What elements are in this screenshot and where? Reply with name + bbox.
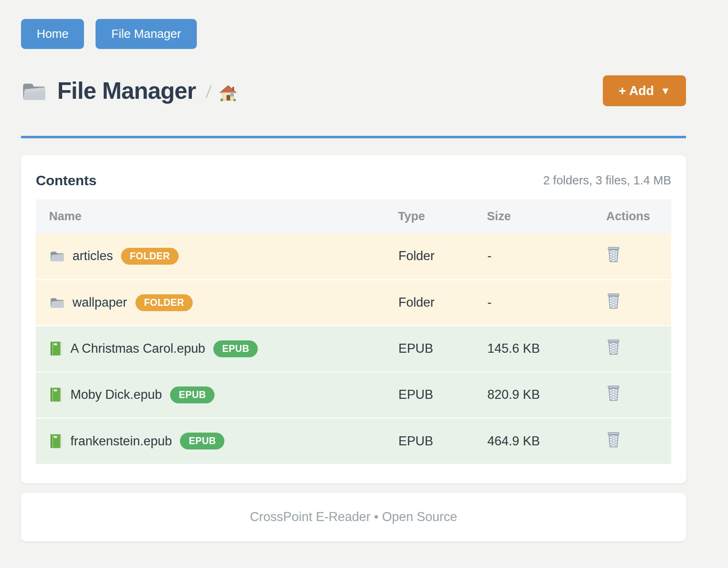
footer-text: CrossPoint E-Reader • Open Source bbox=[250, 510, 457, 524]
table-row: Moby Dick.epub EPUB EPUB 820.9 KB bbox=[36, 372, 671, 418]
entry-size: 464.9 KB bbox=[487, 418, 602, 464]
column-header-type: Type bbox=[398, 199, 487, 233]
table-header-row: Name Type Size Actions bbox=[36, 199, 671, 233]
entry-name[interactable]: Moby Dick.epub bbox=[70, 387, 162, 402]
column-header-name: Name bbox=[36, 199, 398, 233]
page-title-group: File Manager / bbox=[21, 78, 238, 104]
entry-type-badge: EPUB bbox=[180, 433, 224, 449]
table-row: frankenstein.epub EPUB EPUB 464.9 KB bbox=[36, 418, 671, 464]
chevron-down-icon: ▼ bbox=[660, 86, 670, 96]
entry-size: 820.9 KB bbox=[487, 372, 602, 418]
delete-button[interactable] bbox=[606, 292, 621, 310]
contents-summary: 2 folders, 3 files, 1.4 MB bbox=[543, 174, 671, 187]
trash-icon bbox=[606, 338, 621, 356]
entry-size: - bbox=[487, 233, 602, 279]
entry-type-badge: EPUB bbox=[170, 386, 215, 403]
entry-type: EPUB bbox=[398, 418, 487, 464]
column-header-size: Size bbox=[487, 199, 602, 233]
entry-size: - bbox=[487, 279, 602, 326]
file-table: Name Type Size Actions articles FOLDER bbox=[36, 199, 671, 464]
folder-icon bbox=[21, 80, 47, 102]
delete-button[interactable] bbox=[606, 246, 621, 263]
entry-type: EPUB bbox=[398, 326, 487, 372]
nav-home-button[interactable]: Home bbox=[21, 19, 84, 49]
entry-type: Folder bbox=[398, 233, 487, 279]
delete-button[interactable] bbox=[606, 384, 621, 402]
entry-type-badge: FOLDER bbox=[135, 294, 193, 311]
table-row: articles FOLDER Folder - bbox=[36, 233, 671, 279]
home-icon[interactable] bbox=[219, 84, 238, 102]
trash-icon bbox=[606, 292, 621, 310]
entry-name[interactable]: articles bbox=[72, 249, 113, 263]
file-manager-page: Home File Manager File Manager / bbox=[0, 0, 728, 568]
title-divider bbox=[21, 136, 686, 138]
footer: CrossPoint E-Reader • Open Source bbox=[21, 493, 686, 541]
entry-name[interactable]: wallpaper bbox=[72, 295, 127, 310]
column-header-actions: Actions bbox=[601, 199, 671, 233]
page-title: File Manager bbox=[57, 78, 196, 104]
entry-name[interactable]: A Christmas Carol.epub bbox=[70, 341, 205, 356]
table-row: A Christmas Carol.epub EPUB EPUB 145.6 K… bbox=[36, 326, 671, 372]
green-book-icon bbox=[49, 433, 63, 449]
delete-button[interactable] bbox=[606, 338, 621, 356]
contents-card: Contents 2 folders, 3 files, 1.4 MB Name… bbox=[21, 155, 686, 483]
trash-icon bbox=[606, 431, 621, 448]
entry-type: EPUB bbox=[398, 372, 487, 418]
entry-type-badge: FOLDER bbox=[121, 248, 179, 265]
nav-file-manager-button[interactable]: File Manager bbox=[96, 19, 196, 49]
table-row: wallpaper FOLDER Folder - bbox=[36, 279, 671, 326]
add-button-label: + Add bbox=[618, 84, 654, 97]
page-header: File Manager / + Add ▼ bbox=[21, 75, 686, 106]
green-book-icon bbox=[49, 387, 63, 403]
breadcrumb-separator: / bbox=[205, 83, 212, 101]
entry-type: Folder bbox=[398, 279, 487, 326]
trash-icon bbox=[606, 384, 621, 402]
entry-type-badge: EPUB bbox=[213, 340, 258, 357]
top-nav: Home File Manager bbox=[21, 0, 686, 49]
folder-icon bbox=[49, 296, 65, 309]
folder-icon bbox=[49, 249, 65, 263]
add-button[interactable]: + Add ▼ bbox=[603, 75, 686, 106]
entry-name[interactable]: frankenstein.epub bbox=[70, 434, 172, 449]
delete-button[interactable] bbox=[606, 431, 621, 448]
green-book-icon bbox=[49, 341, 63, 356]
contents-title: Contents bbox=[36, 172, 96, 189]
trash-icon bbox=[606, 246, 621, 263]
entry-size: 145.6 KB bbox=[487, 326, 602, 372]
contents-card-header: Contents 2 folders, 3 files, 1.4 MB bbox=[36, 172, 671, 189]
